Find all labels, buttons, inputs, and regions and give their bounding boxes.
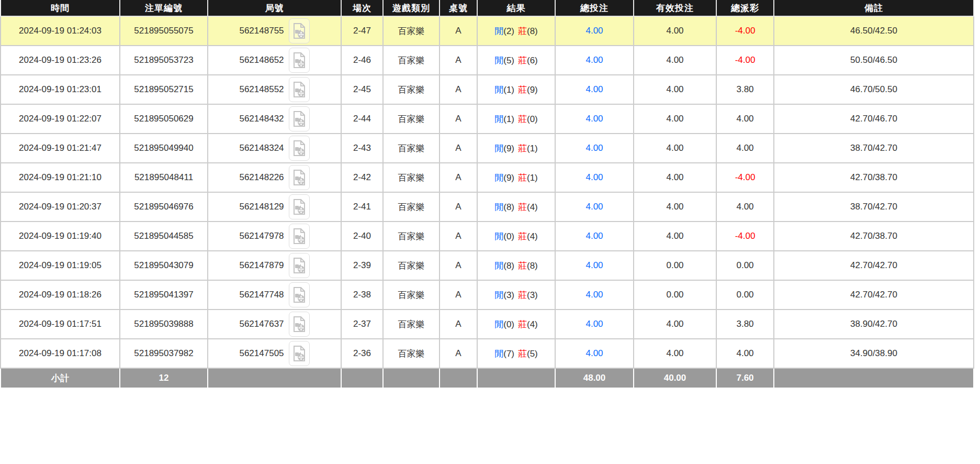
total-bet-link[interactable]: 4.00 <box>585 348 603 358</box>
total-bet-link[interactable]: 4.00 <box>585 319 603 329</box>
result-player-label: 閒 <box>494 202 503 212</box>
table-header: 時間 注單編號 局號 場次 遊戲類別 桌號 結果 總投注 有效投注 總派彩 備註 <box>1 0 974 16</box>
cell-table-id: A <box>440 192 477 222</box>
video-file-icon <box>292 316 306 333</box>
cell-time: 2024-09-19 01:21:47 <box>1 134 120 163</box>
col-header-time: 時間 <box>1 0 120 16</box>
result-banker-value: (1) <box>527 143 538 153</box>
cell-bet-id: 521895044585 <box>120 222 208 251</box>
result-banker-value: (8) <box>527 261 538 271</box>
cell-payout: 0.00 <box>716 280 774 310</box>
video-replay-button[interactable] <box>289 77 310 102</box>
result-player-value: (9) <box>503 173 514 183</box>
result-player-label: 閒 <box>494 85 503 95</box>
cell-valid-bet: 4.00 <box>634 310 716 339</box>
result-player-value: (5) <box>503 56 514 65</box>
total-bet-link[interactable]: 4.00 <box>585 55 603 65</box>
video-replay-button[interactable] <box>289 312 310 337</box>
col-header-round-id: 局號 <box>208 0 341 16</box>
cell-game-type: 百家樂 <box>383 163 440 192</box>
col-header-result: 結果 <box>477 0 555 16</box>
round-number: 562148324 <box>239 143 284 153</box>
cell-round-id: 562147637 <box>208 310 341 339</box>
cell-payout: 4.00 <box>716 339 774 368</box>
cell-game-type: 百家樂 <box>383 192 440 222</box>
cell-time: 2024-09-19 01:18:26 <box>1 280 120 310</box>
video-replay-button[interactable] <box>289 341 310 366</box>
table-footer: 小計 12 48.00 40.00 7.60 <box>1 368 974 388</box>
result-player-label: 閒 <box>494 290 503 300</box>
round-number: 562148755 <box>239 26 284 36</box>
total-bet-link[interactable]: 4.00 <box>585 84 603 94</box>
cell-game-type: 百家樂 <box>383 339 440 368</box>
video-replay-button[interactable] <box>289 194 310 219</box>
video-replay-button[interactable] <box>289 224 310 249</box>
cell-note: 42.70/38.70 <box>774 222 974 251</box>
cell-table-id: A <box>440 310 477 339</box>
cell-result: 閒(9)莊(1) <box>477 163 555 192</box>
cell-total-bet: 4.00 <box>555 251 634 280</box>
cell-valid-bet: 4.00 <box>634 46 716 75</box>
result-player-value: (1) <box>503 114 514 124</box>
video-replay-button[interactable] <box>289 282 310 307</box>
result-banker-label: 莊 <box>518 85 527 95</box>
result-player-label: 閒 <box>494 349 503 359</box>
cell-session: 2-46 <box>341 46 383 75</box>
round-number: 562148226 <box>239 172 284 182</box>
table-row: 2024-09-19 01:19:05 521895043079 5621478… <box>1 251 974 280</box>
table-row: 2024-09-19 01:18:26 521895041397 5621477… <box>1 280 974 310</box>
cell-valid-bet: 4.00 <box>634 192 716 222</box>
table-row: 2024-09-19 01:21:10 521895048411 5621482… <box>1 163 974 192</box>
total-bet-link[interactable]: 4.00 <box>585 231 603 241</box>
subtotal-bet-count: 12 <box>120 368 208 388</box>
subtotal-row: 小計 12 48.00 40.00 7.60 <box>1 368 974 388</box>
total-bet-link[interactable]: 4.00 <box>585 26 603 36</box>
result-banker-label: 莊 <box>518 56 527 65</box>
table-row: 2024-09-19 01:20:37 521895046976 5621481… <box>1 192 974 222</box>
round-number: 562147637 <box>239 319 284 329</box>
cell-note: 34.90/38.90 <box>774 339 974 368</box>
video-replay-button[interactable] <box>289 253 310 278</box>
total-bet-link[interactable]: 4.00 <box>585 114 603 124</box>
video-file-icon <box>292 111 306 127</box>
total-bet-link[interactable]: 4.00 <box>585 143 603 153</box>
cell-bet-id: 521895043079 <box>120 251 208 280</box>
cell-total-bet: 4.00 <box>555 339 634 368</box>
bet-records-table: 時間 注單編號 局號 場次 遊戲類別 桌號 結果 總投注 有效投注 總派彩 備註… <box>0 0 974 388</box>
result-player-value: (7) <box>503 349 514 359</box>
video-replay-button[interactable] <box>289 18 310 43</box>
cell-payout: 4.00 <box>716 192 774 222</box>
result-banker-value: (1) <box>527 173 538 183</box>
result-player-value: (8) <box>503 261 514 271</box>
cell-note: 46.50/42.50 <box>774 16 974 46</box>
table-row: 2024-09-19 01:23:01 521895052715 5621485… <box>1 75 974 104</box>
cell-game-type: 百家樂 <box>383 46 440 75</box>
cell-result: 閒(3)莊(3) <box>477 280 555 310</box>
subtotal-result-cell <box>477 368 555 388</box>
cell-total-bet: 4.00 <box>555 310 634 339</box>
total-bet-link[interactable]: 4.00 <box>585 172 603 182</box>
video-replay-button[interactable] <box>289 165 310 190</box>
subtotal-label: 小計 <box>1 368 120 388</box>
video-replay-button[interactable] <box>289 48 310 73</box>
video-replay-button[interactable] <box>289 106 310 131</box>
cell-game-type: 百家樂 <box>383 16 440 46</box>
total-bet-link[interactable]: 4.00 <box>585 202 603 212</box>
video-replay-button[interactable] <box>289 136 310 161</box>
cell-table-id: A <box>440 280 477 310</box>
round-number: 562148129 <box>239 202 284 212</box>
total-bet-link[interactable]: 4.00 <box>585 260 603 270</box>
cell-bet-id: 521895053723 <box>120 46 208 75</box>
cell-valid-bet: 4.00 <box>634 16 716 46</box>
round-number: 562147505 <box>239 348 284 358</box>
result-player-value: (1) <box>503 85 514 95</box>
result-player-label: 閒 <box>494 231 503 241</box>
cell-total-bet: 4.00 <box>555 75 634 104</box>
video-file-icon <box>292 23 306 39</box>
total-bet-link[interactable]: 4.00 <box>585 290 603 300</box>
cell-payout: 4.00 <box>716 104 774 134</box>
col-header-game-type: 遊戲類別 <box>383 0 440 16</box>
col-header-bet-id: 注單編號 <box>120 0 208 16</box>
cell-valid-bet: 0.00 <box>634 251 716 280</box>
result-banker-label: 莊 <box>518 261 527 271</box>
